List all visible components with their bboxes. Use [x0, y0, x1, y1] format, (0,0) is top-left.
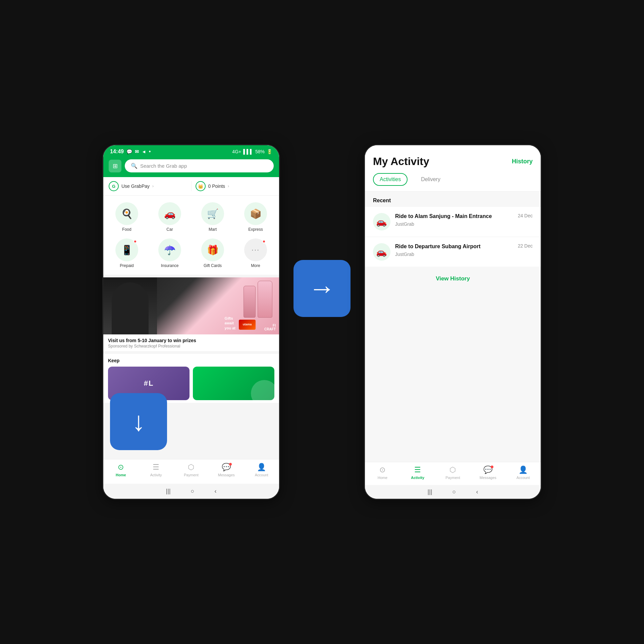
express-label: Express — [248, 227, 263, 232]
service-insurance[interactable]: ☂️ Insurance — [149, 236, 191, 271]
prepaid-icon-circle: 📱 — [115, 238, 138, 261]
activity-tabs: Activities Delivery — [365, 173, 541, 192]
activity-item-2[interactable]: 🚗 Ride to Departure Subang Airport JustG… — [365, 237, 541, 267]
view-history-text: View History — [436, 275, 470, 282]
screens-container: 14:49 💬 ✉ ◄ • 4G+ ▌▌▌ 58% 🔋 ⊞ — [102, 144, 542, 500]
activity-destination-2: Ride to Departure Subang Airport — [395, 243, 513, 250]
grabpay-link[interactable]: G Use GrabPay › — [109, 181, 187, 191]
promo-title: Visit us from 5-10 January to win prizes — [108, 338, 274, 343]
right-home-icon: ⊙ — [379, 466, 385, 474]
nav-messages[interactable]: 💬 Messages — [209, 463, 244, 477]
view-history-button[interactable]: View History — [365, 267, 541, 290]
service-food[interactable]: 🍳 Food — [106, 200, 148, 234]
payment-icon: ⬡ — [188, 463, 194, 472]
points-chevron: › — [228, 184, 229, 189]
service-express[interactable]: 📦 Express — [235, 200, 276, 234]
activity-header: My Activity History — [365, 145, 541, 173]
right-bottom-nav: ⊙ Home ☰ Activity ⬡ Payment 💬 Messages 👤 — [365, 462, 541, 485]
mart-label: Mart — [209, 227, 217, 232]
service-giftcards[interactable]: 🎁 Gift Cards — [192, 236, 233, 271]
status-bar: 14:49 💬 ✉ ◄ • 4G+ ▌▌▌ 58% 🔋 — [103, 145, 279, 157]
mail-icon: ✉ — [135, 149, 139, 154]
down-arrow-button[interactable]: ↓ — [110, 393, 167, 450]
bottle-2 — [258, 281, 272, 318]
android-nav: ||| ○ ‹ — [103, 484, 279, 499]
nav-activity[interactable]: ☰ Activity — [139, 463, 174, 477]
insurance-label: Insurance — [161, 263, 179, 268]
utama-logo: utama — [239, 320, 256, 330]
activity-icon: ☰ — [153, 463, 159, 472]
android-recent[interactable]: ||| — [166, 488, 171, 495]
car-emoji-2: 🚗 — [376, 247, 387, 257]
tab-delivery[interactable]: Delivery — [414, 173, 447, 186]
more-label: More — [251, 263, 260, 268]
messages-nav-label: Messages — [218, 473, 235, 477]
quick-links: G Use GrabPay › 👑 0 Points › — [103, 177, 279, 196]
right-android-recent[interactable]: ||| — [428, 488, 432, 495]
bottle-1 — [244, 286, 256, 318]
scan-button[interactable]: ⊞ — [109, 160, 121, 172]
battery-icon: 🔋 — [267, 149, 272, 154]
search-icon: 🔍 — [131, 163, 138, 169]
activity-car-icon-2: 🚗 — [373, 243, 390, 261]
navigation-icon: ◄ — [142, 149, 146, 154]
promo-text-fi: FICRAFT — [264, 324, 276, 331]
next-arrow-button[interactable]: → — [293, 260, 351, 317]
right-android-back[interactable]: ‹ — [476, 488, 478, 495]
whatsapp-icon: 💬 — [126, 149, 132, 154]
left-screen: 14:49 💬 ✉ ◄ • 4G+ ▌▌▌ 58% 🔋 ⊞ — [103, 145, 279, 499]
activity-service-2: JustGrab — [395, 252, 513, 257]
giftcards-icon-circle: 🎁 — [201, 238, 224, 261]
right-home-label: Home — [378, 476, 387, 480]
activity-list: 🚗 Ride to Alam Sanjung - Main Entrance J… — [365, 207, 541, 462]
nav-payment[interactable]: ⬡ Payment — [174, 463, 209, 477]
dot-indicator: • — [149, 149, 151, 155]
right-nav-home[interactable]: ⊙ Home — [365, 466, 400, 480]
search-bar-container: ⊞ 🔍 Search the Grab app — [103, 157, 279, 177]
recent-label: Recent — [365, 192, 541, 207]
search-bar[interactable]: 🔍 Search the Grab app — [125, 159, 274, 172]
right-android-home[interactable]: ○ — [452, 488, 456, 495]
service-mart[interactable]: 🛒 Mart — [192, 200, 233, 234]
insurance-icon-circle: ☂️ — [158, 238, 181, 261]
right-payment-label: Payment — [445, 476, 460, 480]
promo-card[interactable]: Free Gift FICRAFT Giftsawaityou at utama — [103, 277, 279, 351]
right-nav-account[interactable]: 👤 Account — [505, 466, 541, 480]
tab-activities[interactable]: Activities — [373, 173, 408, 186]
service-car[interactable]: 🚗 Car — [149, 200, 191, 234]
prepaid-dot — [133, 240, 137, 243]
hashtag-label: #L — [144, 379, 154, 388]
activity-info-1: Ride to Alam Sanjung - Main Entrance Jus… — [395, 213, 513, 227]
points-label: 0 Points — [208, 183, 225, 189]
android-home[interactable]: ○ — [191, 488, 195, 495]
history-link[interactable]: History — [512, 158, 533, 165]
home-nav-label: Home — [116, 473, 126, 477]
activity-date-2: 22 Dec — [518, 243, 533, 249]
keep-card-circle — [251, 380, 274, 400]
keep-label: Keep — [108, 358, 274, 363]
right-messages-label: Messages — [480, 476, 496, 480]
car-emoji-1: 🚗 — [376, 217, 387, 227]
right-payment-icon: ⬡ — [449, 466, 456, 474]
promo-subtitle: Sponsored by Schwarzkopf Professional — [108, 344, 274, 348]
right-nav-messages[interactable]: 💬 Messages — [470, 466, 505, 480]
time-display: 14:49 — [110, 149, 124, 155]
activity-item-1[interactable]: 🚗 Ride to Alam Sanjung - Main Entrance J… — [365, 207, 541, 236]
service-more[interactable]: ··· More — [235, 236, 276, 271]
nav-account[interactable]: 👤 Account — [244, 463, 279, 477]
android-back[interactable]: ‹ — [214, 488, 216, 495]
messages-icon: 💬 — [222, 463, 231, 472]
service-prepaid[interactable]: 📱 Prepaid — [106, 236, 148, 271]
food-icon-circle: 🍳 — [115, 202, 138, 225]
points-icon: 👑 — [196, 181, 206, 191]
keep-card-green[interactable] — [193, 367, 274, 400]
right-nav-payment[interactable]: ⬡ Payment — [435, 466, 471, 480]
bottom-nav: ⊙ Home ☰ Activity ⬡ Payment 💬 Messages 👤 — [103, 459, 279, 484]
right-activity-label: Activity — [411, 476, 424, 480]
nav-home[interactable]: ⊙ Home — [103, 463, 139, 477]
right-android-nav: ||| ○ ‹ — [365, 485, 541, 499]
right-nav-activity[interactable]: ☰ Activity — [400, 466, 435, 480]
account-nav-label: Account — [255, 473, 268, 477]
points-link[interactable]: 👑 0 Points › — [196, 181, 274, 191]
right-arrow-icon: → — [309, 273, 335, 304]
